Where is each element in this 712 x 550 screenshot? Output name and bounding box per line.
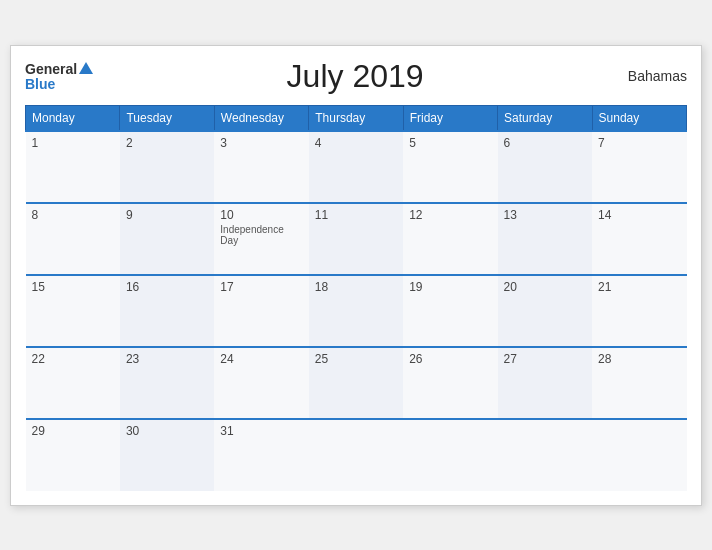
- calendar-day-cell: 26: [403, 347, 497, 419]
- day-number: 22: [32, 352, 114, 366]
- calendar-day-cell: 29: [26, 419, 120, 491]
- day-number: 31: [220, 424, 302, 438]
- day-number: 4: [315, 136, 397, 150]
- calendar-day-cell: [592, 419, 686, 491]
- calendar-day-cell: 23: [120, 347, 214, 419]
- calendar-day-cell: 12: [403, 203, 497, 275]
- day-number: 30: [126, 424, 208, 438]
- day-number: 26: [409, 352, 491, 366]
- day-event: Independence Day: [220, 224, 302, 246]
- day-number: 14: [598, 208, 680, 222]
- day-number: 3: [220, 136, 302, 150]
- day-number: 5: [409, 136, 491, 150]
- calendar-header: General Blue July 2019 Bahamas: [25, 58, 687, 95]
- calendar-day-cell: 30: [120, 419, 214, 491]
- calendar-grid: Monday Tuesday Wednesday Thursday Friday…: [25, 105, 687, 491]
- calendar-day-cell: [403, 419, 497, 491]
- day-number: 16: [126, 280, 208, 294]
- calendar-day-cell: 10Independence Day: [214, 203, 308, 275]
- calendar-container: General Blue July 2019 Bahamas Monday Tu…: [10, 45, 702, 506]
- col-sunday: Sunday: [592, 105, 686, 131]
- calendar-day-cell: 5: [403, 131, 497, 203]
- calendar-week-row: 22232425262728: [26, 347, 687, 419]
- calendar-day-cell: 6: [498, 131, 592, 203]
- day-number: 20: [504, 280, 586, 294]
- logo-general: General: [25, 61, 93, 77]
- day-number: 27: [504, 352, 586, 366]
- col-friday: Friday: [403, 105, 497, 131]
- day-number: 21: [598, 280, 680, 294]
- day-number: 2: [126, 136, 208, 150]
- calendar-header-row: Monday Tuesday Wednesday Thursday Friday…: [26, 105, 687, 131]
- day-number: 15: [32, 280, 114, 294]
- calendar-day-cell: 24: [214, 347, 308, 419]
- day-number: 23: [126, 352, 208, 366]
- calendar-day-cell: [309, 419, 403, 491]
- calendar-day-cell: 15: [26, 275, 120, 347]
- day-number: 19: [409, 280, 491, 294]
- calendar-day-cell: 16: [120, 275, 214, 347]
- day-number: 10: [220, 208, 302, 222]
- calendar-week-row: 293031: [26, 419, 687, 491]
- day-number: 8: [32, 208, 114, 222]
- col-wednesday: Wednesday: [214, 105, 308, 131]
- col-saturday: Saturday: [498, 105, 592, 131]
- calendar-day-cell: 7: [592, 131, 686, 203]
- col-tuesday: Tuesday: [120, 105, 214, 131]
- calendar-week-row: 8910Independence Day11121314: [26, 203, 687, 275]
- day-number: 24: [220, 352, 302, 366]
- calendar-day-cell: 19: [403, 275, 497, 347]
- col-thursday: Thursday: [309, 105, 403, 131]
- calendar-day-cell: 25: [309, 347, 403, 419]
- calendar-day-cell: 27: [498, 347, 592, 419]
- calendar-day-cell: 20: [498, 275, 592, 347]
- country-label: Bahamas: [617, 68, 687, 84]
- day-number: 6: [504, 136, 586, 150]
- calendar-day-cell: 28: [592, 347, 686, 419]
- calendar-day-cell: 21: [592, 275, 686, 347]
- calendar-title: July 2019: [93, 58, 617, 95]
- calendar-day-cell: 4: [309, 131, 403, 203]
- col-monday: Monday: [26, 105, 120, 131]
- day-number: 7: [598, 136, 680, 150]
- calendar-day-cell: 11: [309, 203, 403, 275]
- calendar-day-cell: 13: [498, 203, 592, 275]
- calendar-day-cell: 17: [214, 275, 308, 347]
- day-number: 12: [409, 208, 491, 222]
- day-number: 13: [504, 208, 586, 222]
- calendar-day-cell: 3: [214, 131, 308, 203]
- calendar-day-cell: 14: [592, 203, 686, 275]
- day-number: 11: [315, 208, 397, 222]
- calendar-day-cell: 31: [214, 419, 308, 491]
- calendar-day-cell: [498, 419, 592, 491]
- calendar-week-row: 1234567: [26, 131, 687, 203]
- day-number: 25: [315, 352, 397, 366]
- calendar-body: 12345678910Independence Day1112131415161…: [26, 131, 687, 491]
- logo: General Blue: [25, 61, 93, 91]
- day-number: 9: [126, 208, 208, 222]
- day-number: 18: [315, 280, 397, 294]
- calendar-day-cell: 1: [26, 131, 120, 203]
- logo-triangle-icon: [79, 62, 93, 74]
- calendar-day-cell: 2: [120, 131, 214, 203]
- calendar-week-row: 15161718192021: [26, 275, 687, 347]
- calendar-day-cell: 22: [26, 347, 120, 419]
- day-number: 28: [598, 352, 680, 366]
- logo-general-text: General: [25, 61, 77, 77]
- calendar-day-cell: 18: [309, 275, 403, 347]
- day-number: 17: [220, 280, 302, 294]
- calendar-day-cell: 9: [120, 203, 214, 275]
- calendar-thead: Monday Tuesday Wednesday Thursday Friday…: [26, 105, 687, 131]
- day-number: 1: [32, 136, 114, 150]
- day-number: 29: [32, 424, 114, 438]
- calendar-day-cell: 8: [26, 203, 120, 275]
- logo-blue-text: Blue: [25, 77, 93, 91]
